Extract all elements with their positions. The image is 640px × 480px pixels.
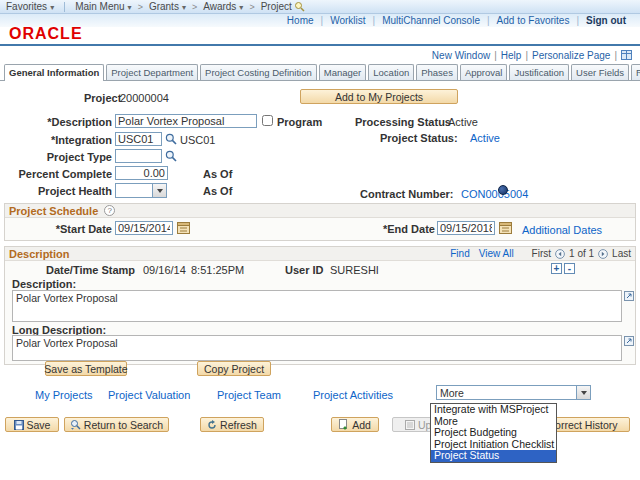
datetime-stamp-time: 8:51:25PM bbox=[191, 264, 244, 276]
additional-dates-link[interactable]: Additional Dates bbox=[522, 224, 602, 236]
dropdown-option-project-budgeting[interactable]: Project Budgeting bbox=[431, 427, 556, 439]
end-date-calendar-icon[interactable] bbox=[499, 221, 512, 234]
project-valuation-link[interactable]: Project Valuation bbox=[108, 389, 190, 401]
breadcrumb-project[interactable]: Project bbox=[255, 1, 298, 12]
new-window-link[interactable]: New Window bbox=[432, 50, 490, 61]
save-as-template-button[interactable]: Save as Template bbox=[45, 361, 127, 376]
description-expand-icon[interactable] bbox=[624, 291, 634, 301]
project-label: Project bbox=[84, 92, 121, 104]
header-links: Home Worklist MultiChannel Console Add t… bbox=[0, 14, 640, 27]
save-icon bbox=[14, 420, 24, 430]
tab-approval[interactable]: Approval bbox=[460, 64, 508, 81]
worklist-link[interactable]: Worklist bbox=[330, 15, 365, 26]
program-checkbox[interactable] bbox=[262, 115, 273, 126]
tab-general-information[interactable]: General Information bbox=[4, 64, 104, 81]
tab-location[interactable]: Location bbox=[368, 64, 414, 81]
delete-row-button[interactable]: - bbox=[564, 263, 575, 274]
add-to-my-projects-button[interactable]: Add to My Projects bbox=[300, 89, 458, 104]
tab-user-fields[interactable]: User Fields bbox=[571, 64, 629, 81]
view-all-link[interactable]: View All bbox=[479, 248, 514, 259]
project-health-label: Project Health bbox=[0, 185, 112, 197]
save-button[interactable]: Save bbox=[5, 417, 59, 432]
project-status-value-link[interactable]: Active bbox=[470, 132, 500, 144]
dropdown-option-integrate-msproject[interactable]: Integrate with MSProject bbox=[431, 404, 556, 416]
tab-project-costing-definition[interactable]: Project Costing Definition bbox=[200, 64, 317, 81]
long-description-textarea[interactable]: Polar Vortex Proposal bbox=[12, 335, 622, 361]
project-type-lookup-icon[interactable] bbox=[165, 150, 177, 162]
separator bbox=[494, 50, 497, 61]
tab-justification[interactable]: Justification bbox=[509, 64, 569, 81]
contract-number-link[interactable]: CON0005004 bbox=[461, 188, 528, 200]
dropdown-option-project-initiation-checklist[interactable]: Project Initiation Checklist bbox=[431, 439, 556, 451]
help-icon[interactable] bbox=[104, 205, 115, 216]
tab-manager[interactable]: Manager bbox=[319, 64, 367, 81]
sign-out-link[interactable]: Sign out bbox=[586, 15, 626, 26]
personalize-grid-icon[interactable] bbox=[621, 50, 632, 60]
header-divider bbox=[0, 44, 640, 46]
pager-first-label[interactable]: First bbox=[532, 248, 551, 259]
as-of-label: As Of bbox=[203, 168, 232, 180]
percent-complete-input[interactable] bbox=[115, 166, 168, 180]
start-date-calendar-icon[interactable] bbox=[177, 221, 190, 234]
chevron-down-icon[interactable] bbox=[576, 386, 590, 399]
project-status-label: Project Status: bbox=[380, 132, 458, 144]
separator bbox=[373, 15, 376, 26]
integration-input[interactable] bbox=[115, 132, 162, 146]
datetime-stamp-label: Date/Time Stamp bbox=[46, 264, 135, 276]
end-date-input[interactable] bbox=[437, 221, 495, 235]
find-link[interactable]: Find bbox=[450, 248, 469, 259]
separator bbox=[321, 15, 324, 26]
project-team-link[interactable]: Project Team bbox=[217, 389, 281, 401]
add-to-favorites-link[interactable]: Add to Favorites bbox=[497, 15, 570, 26]
more-select[interactable]: More bbox=[436, 385, 591, 400]
my-projects-link[interactable]: My Projects bbox=[35, 389, 92, 401]
tab-rates[interactable]: Rates bbox=[631, 64, 640, 81]
breadcrumb-grants[interactable]: Grants bbox=[143, 1, 192, 12]
as-of-label-2: As Of bbox=[203, 185, 232, 197]
main-menu[interactable]: Main Menu bbox=[69, 1, 137, 12]
separator bbox=[576, 15, 579, 26]
pager-next-icon[interactable] bbox=[598, 249, 608, 259]
personalize-page-link[interactable]: Personalize Page bbox=[532, 50, 610, 61]
add-icon bbox=[339, 419, 349, 430]
project-health-select[interactable] bbox=[115, 183, 167, 198]
dropdown-option-more[interactable]: More bbox=[431, 416, 556, 428]
percent-complete-label: Percent Complete bbox=[0, 168, 112, 180]
add-button[interactable]: Add bbox=[331, 417, 379, 432]
project-activities-link[interactable]: Project Activities bbox=[313, 389, 393, 401]
breadcrumb-awards[interactable]: Awards bbox=[197, 1, 249, 12]
breadcrumb: Favorites Main Menu Grants Awards Projec… bbox=[0, 0, 640, 14]
pager-prev-icon[interactable] bbox=[555, 249, 565, 259]
multichannel-console-link[interactable]: MultiChannel Console bbox=[382, 15, 480, 26]
integration-lookup-icon[interactable] bbox=[165, 133, 177, 145]
pager-last-label[interactable]: Last bbox=[612, 248, 631, 259]
copy-project-button[interactable]: Copy Project bbox=[197, 361, 271, 376]
help-link[interactable]: Help bbox=[501, 50, 522, 61]
description-textarea[interactable]: Polar Vortex Proposal bbox=[12, 290, 622, 322]
chevron-down-icon[interactable] bbox=[152, 184, 166, 197]
start-date-input[interactable] bbox=[115, 221, 173, 235]
tab-project-department[interactable]: Project Department bbox=[106, 64, 198, 81]
description-header: Description Find View All First 1 of 1 L… bbox=[5, 247, 635, 261]
dropdown-option-project-status[interactable]: Project Status bbox=[431, 450, 556, 462]
favorites-menu[interactable]: Favorites bbox=[0, 1, 60, 12]
description-label: *Description bbox=[0, 116, 112, 128]
more-dropdown-list: Integrate with MSProject More Project Bu… bbox=[430, 403, 557, 463]
search-cursor-icon bbox=[294, 1, 305, 12]
home-link[interactable]: Home bbox=[287, 15, 314, 26]
integration-display: USC01 bbox=[180, 134, 215, 146]
add-row-button[interactable]: + bbox=[551, 263, 562, 274]
return-to-search-button[interactable]: Return to Search bbox=[64, 417, 169, 432]
description-input[interactable] bbox=[115, 114, 257, 128]
separator bbox=[473, 248, 476, 260]
project-type-input[interactable] bbox=[115, 149, 162, 163]
description-title: Description bbox=[9, 248, 70, 260]
tab-phases[interactable]: Phases bbox=[416, 64, 458, 81]
project-schedule-header: Project Schedule bbox=[5, 204, 635, 218]
refresh-button[interactable]: Refresh bbox=[200, 417, 264, 432]
peoplesoft-window: Favorites Main Menu Grants Awards Projec… bbox=[0, 0, 640, 480]
long-description-expand-icon[interactable] bbox=[624, 336, 634, 346]
project-value: 20000004 bbox=[120, 92, 169, 104]
busy-cursor-icon bbox=[498, 185, 508, 195]
user-id-label: User ID bbox=[285, 264, 324, 276]
